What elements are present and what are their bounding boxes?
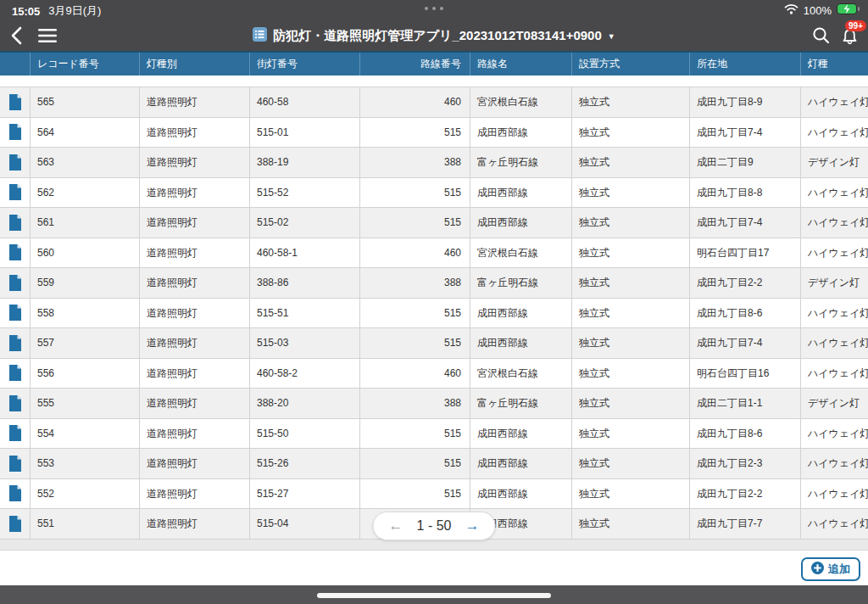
cell-light_no: 515-50 [250, 419, 360, 449]
record-doc-icon[interactable] [0, 148, 31, 177]
column-header-install: 設置方式 [572, 53, 690, 76]
cell-address: 明石台四丁目16 [690, 359, 801, 389]
cell-type: 道路照明灯 [140, 389, 250, 418]
record-doc-icon[interactable] [0, 299, 31, 328]
column-header-route_name: 路線名 [470, 53, 572, 76]
cell-type: 道路照明灯 [140, 359, 250, 389]
record-doc-icon[interactable] [0, 449, 31, 478]
battery-charging-icon [837, 3, 860, 17]
cell-type: 道路照明灯 [140, 238, 250, 268]
table-row[interactable]: 552道路照明灯515-27515成田西部線独立式成田九丁目2-2ハイウェイ灯 [0, 479, 868, 510]
cell-record: 565 [31, 87, 140, 117]
record-doc-icon[interactable] [0, 268, 31, 298]
cell-type: 道路照明灯 [140, 479, 250, 509]
table-row[interactable]: 565道路照明灯460-58460宮沢根白石線独立式成田九丁目8-9ハイウェイ灯 [0, 87, 868, 118]
table-row[interactable]: 561道路照明灯515-02515成田西部線独立式成田九丁目7-4ハイウェイ灯 [0, 208, 868, 238]
cell-route_name: 宮沢根白石線 [470, 238, 572, 268]
table-row[interactable]: 559道路照明灯388-86388富ヶ丘明石線独立式成田九丁目2-2デザイン灯 [0, 268, 868, 299]
record-doc-icon[interactable] [0, 479, 31, 509]
cell-kind: ハイウェイ灯 [801, 178, 868, 208]
cell-record: 554 [31, 419, 140, 449]
cell-kind: ハイウェイ灯 [801, 87, 868, 117]
notification-badge: 99+ [845, 20, 866, 31]
cell-route_name: 成田西部線 [470, 479, 572, 509]
cell-address: 成田九丁目2-3 [690, 449, 801, 478]
table-row[interactable]: 566道路照明灯515-53515成田西部線独立式成田九丁目8-5ハイウェイ灯 [0, 76, 868, 87]
record-doc-icon[interactable] [0, 178, 31, 208]
cell-address: 成田九丁目8-6 [690, 299, 801, 328]
table-row[interactable]: 562道路照明灯515-52515成田西部線独立式成田九丁目8-8ハイウェイ灯 [0, 178, 868, 209]
record-doc-icon[interactable] [0, 238, 31, 268]
search-button[interactable] [812, 26, 831, 45]
cell-route_name: 成田西部線 [470, 328, 572, 358]
record-doc-icon[interactable] [0, 359, 31, 389]
cell-address: 明石台四丁目17 [690, 238, 801, 268]
cell-kind: ハイウェイ灯 [801, 299, 868, 328]
cell-light_no: 515-27 [250, 479, 360, 509]
table-header: レコード番号灯種別街灯番号路線番号路線名設置方式所在地灯種 [0, 51, 868, 76]
cell-address: 成田九丁目8-6 [690, 419, 801, 449]
cell-route_name: 富ヶ丘明石線 [470, 268, 572, 298]
table-row[interactable]: 554道路照明灯515-50515成田西部線独立式成田九丁目8-6ハイウェイ灯 [0, 419, 868, 450]
cell-route_no: 460 [360, 87, 470, 117]
cell-route_name: 富ヶ丘明石線 [470, 148, 572, 177]
record-doc-icon[interactable] [0, 419, 31, 449]
table-row[interactable]: 560道路照明灯460-58-1460宮沢根白石線独立式明石台四丁目17ハイウェ… [0, 238, 868, 269]
record-doc-icon[interactable] [0, 509, 31, 539]
app-title-dropdown[interactable]: 防犯灯・道路照明灯管理アプリ_20231012T083141+0900 ▼ [0, 20, 868, 51]
add-button-label: 追加 [828, 562, 850, 577]
pagination-pill: ← 1 - 50 → [373, 512, 496, 540]
cell-route_no: 515 [360, 449, 470, 478]
cell-record: 553 [31, 449, 140, 478]
cell-record: 558 [31, 299, 140, 328]
cell-light_no: 515-03 [250, 328, 360, 358]
record-doc-icon[interactable] [0, 87, 31, 117]
cell-light_no: 388-86 [250, 268, 360, 298]
record-doc-icon[interactable] [0, 118, 31, 148]
cell-route_no: 388 [360, 148, 470, 177]
next-page-arrow-icon[interactable]: → [465, 517, 479, 534]
cell-kind: ハイウェイ灯 [801, 238, 868, 268]
record-doc-icon[interactable] [0, 328, 31, 358]
wifi-icon [784, 3, 798, 17]
table-row[interactable]: 564道路照明灯515-01515成田西部線独立式成田九丁目7-4ハイウェイ灯 [0, 118, 868, 148]
table-row[interactable]: 557道路照明灯515-03515成田西部線独立式成田九丁目7-4ハイウェイ灯 [0, 328, 868, 359]
table-row[interactable]: 553道路照明灯515-26515成田西部線独立式成田九丁目2-3ハイウェイ灯 [0, 449, 868, 479]
bottom-toolbar: 追加 [0, 550, 868, 585]
table-row[interactable]: 556道路照明灯460-58-2460宮沢根白石線独立式明石台四丁目16ハイウェ… [0, 359, 868, 389]
cell-install: 独立式 [572, 299, 690, 328]
cell-address: 成田九丁目8-8 [690, 178, 801, 208]
table-row[interactable]: 555道路照明灯388-20388富ヶ丘明石線独立式成田二丁目1-1デザイン灯 [0, 389, 868, 419]
page-title: 防犯灯・道路照明灯管理アプリ_20231012T083141+0900 [273, 28, 601, 44]
record-doc-icon[interactable] [0, 208, 31, 238]
status-left: 15:05 3月9日(月) [12, 3, 101, 19]
cell-route_name: 宮沢根白石線 [470, 359, 572, 389]
table-row[interactable]: 558道路照明灯515-51515成田西部線独立式成田九丁目8-6ハイウェイ灯 [0, 299, 868, 329]
cell-kind: ハイウェイ灯 [801, 449, 868, 478]
cell-install: 独立式 [572, 509, 690, 539]
records-table: レコード番号灯種別街灯番号路線番号路線名設置方式所在地灯種 566道路照明灯51… [0, 51, 868, 540]
cell-route_name: 宮沢根白石線 [470, 87, 572, 117]
cell-route_no: 388 [360, 389, 470, 418]
cell-type: 道路照明灯 [140, 449, 250, 478]
table-body: 566道路照明灯515-53515成田西部線独立式成田九丁目8-5ハイウェイ灯5… [0, 76, 868, 540]
column-header-route_no: 路線番号 [360, 53, 470, 76]
cell-route_no: 460 [360, 238, 470, 268]
clock: 15:05 [12, 5, 40, 18]
cell-address: 成田九丁目2-2 [690, 479, 801, 509]
add-record-button[interactable]: 追加 [801, 557, 860, 581]
home-indicator[interactable] [317, 593, 551, 598]
column-header-type: 灯種別 [140, 53, 250, 76]
cell-address: 成田九丁目7-4 [690, 118, 801, 148]
cell-kind: ハイウェイ灯 [801, 118, 868, 148]
app-list-icon [253, 27, 267, 45]
cell-light_no: 515-01 [250, 118, 360, 148]
cell-light_no: 460-58-2 [250, 359, 360, 389]
cell-type: 道路照明灯 [140, 299, 250, 328]
prev-page-arrow-icon[interactable]: ← [389, 517, 403, 534]
record-doc-icon[interactable] [0, 389, 31, 418]
cell-record: 560 [31, 238, 140, 268]
cell-install: 独立式 [572, 419, 690, 449]
cell-address: 成田九丁目7-7 [690, 509, 801, 539]
table-row[interactable]: 563道路照明灯388-19388富ヶ丘明石線独立式成田二丁目9デザイン灯 [0, 148, 868, 178]
